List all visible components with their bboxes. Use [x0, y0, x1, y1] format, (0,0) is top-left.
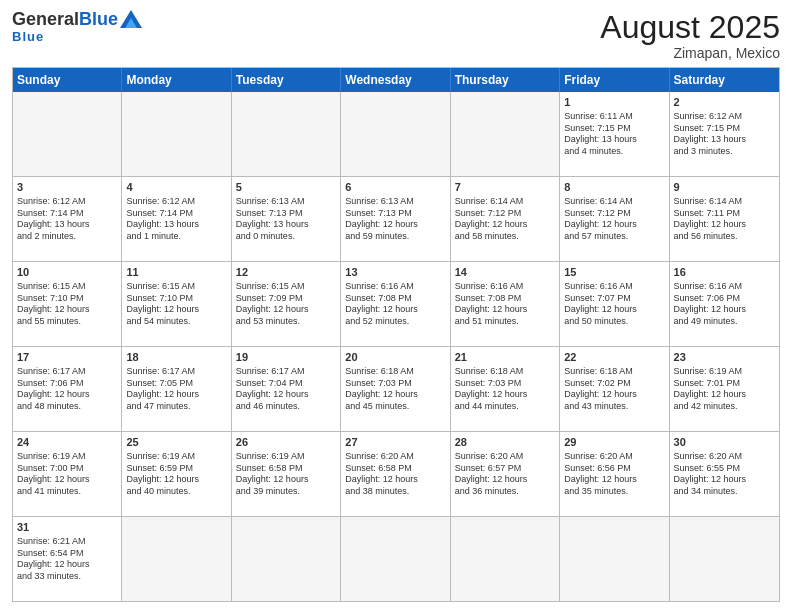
day-info: Sunrise: 6:19 AM Sunset: 7:01 PM Dayligh… — [674, 366, 775, 413]
cal-cell: 14Sunrise: 6:16 AM Sunset: 7:08 PM Dayli… — [451, 262, 560, 346]
day-info: Sunrise: 6:15 AM Sunset: 7:10 PM Dayligh… — [17, 281, 117, 328]
logo-general: General — [12, 10, 79, 28]
day-number: 8 — [564, 180, 664, 195]
title-block: August 2025 Zimapan, Mexico — [600, 10, 780, 61]
day-info: Sunrise: 6:12 AM Sunset: 7:14 PM Dayligh… — [126, 196, 226, 243]
day-info: Sunrise: 6:16 AM Sunset: 7:06 PM Dayligh… — [674, 281, 775, 328]
day-info: Sunrise: 6:20 AM Sunset: 6:55 PM Dayligh… — [674, 451, 775, 498]
cal-cell: 4Sunrise: 6:12 AM Sunset: 7:14 PM Daylig… — [122, 177, 231, 261]
cal-cell — [560, 517, 669, 601]
calendar-header-row: SundayMondayTuesdayWednesdayThursdayFrid… — [13, 68, 779, 92]
cal-cell: 16Sunrise: 6:16 AM Sunset: 7:06 PM Dayli… — [670, 262, 779, 346]
cal-cell — [232, 517, 341, 601]
cal-header-saturday: Saturday — [670, 68, 779, 92]
cal-cell: 28Sunrise: 6:20 AM Sunset: 6:57 PM Dayli… — [451, 432, 560, 516]
day-number: 3 — [17, 180, 117, 195]
cal-row-3: 10Sunrise: 6:15 AM Sunset: 7:10 PM Dayli… — [13, 261, 779, 346]
cal-row-6: 31Sunrise: 6:21 AM Sunset: 6:54 PM Dayli… — [13, 516, 779, 601]
day-info: Sunrise: 6:20 AM Sunset: 6:57 PM Dayligh… — [455, 451, 555, 498]
day-info: Sunrise: 6:14 AM Sunset: 7:12 PM Dayligh… — [564, 196, 664, 243]
cal-cell: 12Sunrise: 6:15 AM Sunset: 7:09 PM Dayli… — [232, 262, 341, 346]
day-info: Sunrise: 6:11 AM Sunset: 7:15 PM Dayligh… — [564, 111, 664, 158]
day-number: 29 — [564, 435, 664, 450]
cal-cell — [232, 92, 341, 176]
cal-header-tuesday: Tuesday — [232, 68, 341, 92]
day-info: Sunrise: 6:13 AM Sunset: 7:13 PM Dayligh… — [236, 196, 336, 243]
day-info: Sunrise: 6:12 AM Sunset: 7:14 PM Dayligh… — [17, 196, 117, 243]
day-info: Sunrise: 6:18 AM Sunset: 7:02 PM Dayligh… — [564, 366, 664, 413]
day-number: 9 — [674, 180, 775, 195]
cal-header-friday: Friday — [560, 68, 669, 92]
cal-cell: 22Sunrise: 6:18 AM Sunset: 7:02 PM Dayli… — [560, 347, 669, 431]
day-number: 25 — [126, 435, 226, 450]
day-info: Sunrise: 6:15 AM Sunset: 7:09 PM Dayligh… — [236, 281, 336, 328]
day-info: Sunrise: 6:14 AM Sunset: 7:12 PM Dayligh… — [455, 196, 555, 243]
day-number: 1 — [564, 95, 664, 110]
day-number: 4 — [126, 180, 226, 195]
cal-row-1: 1Sunrise: 6:11 AM Sunset: 7:15 PM Daylig… — [13, 92, 779, 176]
cal-cell: 20Sunrise: 6:18 AM Sunset: 7:03 PM Dayli… — [341, 347, 450, 431]
cal-cell: 18Sunrise: 6:17 AM Sunset: 7:05 PM Dayli… — [122, 347, 231, 431]
cal-cell — [451, 92, 560, 176]
day-info: Sunrise: 6:17 AM Sunset: 7:06 PM Dayligh… — [17, 366, 117, 413]
logo: General Blue Blue — [12, 10, 142, 44]
day-number: 18 — [126, 350, 226, 365]
day-number: 14 — [455, 265, 555, 280]
cal-header-sunday: Sunday — [13, 68, 122, 92]
cal-cell — [122, 92, 231, 176]
day-number: 24 — [17, 435, 117, 450]
day-number: 28 — [455, 435, 555, 450]
day-info: Sunrise: 6:19 AM Sunset: 6:59 PM Dayligh… — [126, 451, 226, 498]
month-title: August 2025 — [600, 10, 780, 45]
calendar: SundayMondayTuesdayWednesdayThursdayFrid… — [12, 67, 780, 602]
day-number: 22 — [564, 350, 664, 365]
day-info: Sunrise: 6:19 AM Sunset: 7:00 PM Dayligh… — [17, 451, 117, 498]
cal-cell — [122, 517, 231, 601]
cal-cell: 13Sunrise: 6:16 AM Sunset: 7:08 PM Dayli… — [341, 262, 450, 346]
cal-cell: 29Sunrise: 6:20 AM Sunset: 6:56 PM Dayli… — [560, 432, 669, 516]
day-info: Sunrise: 6:17 AM Sunset: 7:04 PM Dayligh… — [236, 366, 336, 413]
day-number: 30 — [674, 435, 775, 450]
cal-cell: 21Sunrise: 6:18 AM Sunset: 7:03 PM Dayli… — [451, 347, 560, 431]
cal-cell: 7Sunrise: 6:14 AM Sunset: 7:12 PM Daylig… — [451, 177, 560, 261]
day-number: 6 — [345, 180, 445, 195]
cal-cell: 17Sunrise: 6:17 AM Sunset: 7:06 PM Dayli… — [13, 347, 122, 431]
day-number: 19 — [236, 350, 336, 365]
cal-row-4: 17Sunrise: 6:17 AM Sunset: 7:06 PM Dayli… — [13, 346, 779, 431]
cal-row-2: 3Sunrise: 6:12 AM Sunset: 7:14 PM Daylig… — [13, 176, 779, 261]
cal-cell: 10Sunrise: 6:15 AM Sunset: 7:10 PM Dayli… — [13, 262, 122, 346]
day-info: Sunrise: 6:12 AM Sunset: 7:15 PM Dayligh… — [674, 111, 775, 158]
day-number: 15 — [564, 265, 664, 280]
day-info: Sunrise: 6:13 AM Sunset: 7:13 PM Dayligh… — [345, 196, 445, 243]
cal-cell: 5Sunrise: 6:13 AM Sunset: 7:13 PM Daylig… — [232, 177, 341, 261]
page: General Blue Blue August 2025 Zimapan, M… — [0, 0, 792, 612]
cal-header-wednesday: Wednesday — [341, 68, 450, 92]
day-number: 7 — [455, 180, 555, 195]
day-number: 10 — [17, 265, 117, 280]
day-info: Sunrise: 6:16 AM Sunset: 7:08 PM Dayligh… — [455, 281, 555, 328]
cal-cell — [341, 92, 450, 176]
cal-cell: 19Sunrise: 6:17 AM Sunset: 7:04 PM Dayli… — [232, 347, 341, 431]
day-info: Sunrise: 6:19 AM Sunset: 6:58 PM Dayligh… — [236, 451, 336, 498]
day-info: Sunrise: 6:18 AM Sunset: 7:03 PM Dayligh… — [345, 366, 445, 413]
day-number: 20 — [345, 350, 445, 365]
cal-cell: 25Sunrise: 6:19 AM Sunset: 6:59 PM Dayli… — [122, 432, 231, 516]
day-info: Sunrise: 6:17 AM Sunset: 7:05 PM Dayligh… — [126, 366, 226, 413]
cal-cell — [451, 517, 560, 601]
logo-blue: Blue — [79, 10, 118, 28]
day-number: 23 — [674, 350, 775, 365]
day-number: 11 — [126, 265, 226, 280]
day-number: 5 — [236, 180, 336, 195]
day-number: 17 — [17, 350, 117, 365]
cal-cell: 26Sunrise: 6:19 AM Sunset: 6:58 PM Dayli… — [232, 432, 341, 516]
cal-cell: 31Sunrise: 6:21 AM Sunset: 6:54 PM Dayli… — [13, 517, 122, 601]
day-number: 13 — [345, 265, 445, 280]
day-info: Sunrise: 6:15 AM Sunset: 7:10 PM Dayligh… — [126, 281, 226, 328]
cal-row-5: 24Sunrise: 6:19 AM Sunset: 7:00 PM Dayli… — [13, 431, 779, 516]
cal-cell: 11Sunrise: 6:15 AM Sunset: 7:10 PM Dayli… — [122, 262, 231, 346]
day-info: Sunrise: 6:21 AM Sunset: 6:54 PM Dayligh… — [17, 536, 117, 583]
day-number: 12 — [236, 265, 336, 280]
day-info: Sunrise: 6:14 AM Sunset: 7:11 PM Dayligh… — [674, 196, 775, 243]
cal-cell: 23Sunrise: 6:19 AM Sunset: 7:01 PM Dayli… — [670, 347, 779, 431]
cal-cell: 30Sunrise: 6:20 AM Sunset: 6:55 PM Dayli… — [670, 432, 779, 516]
